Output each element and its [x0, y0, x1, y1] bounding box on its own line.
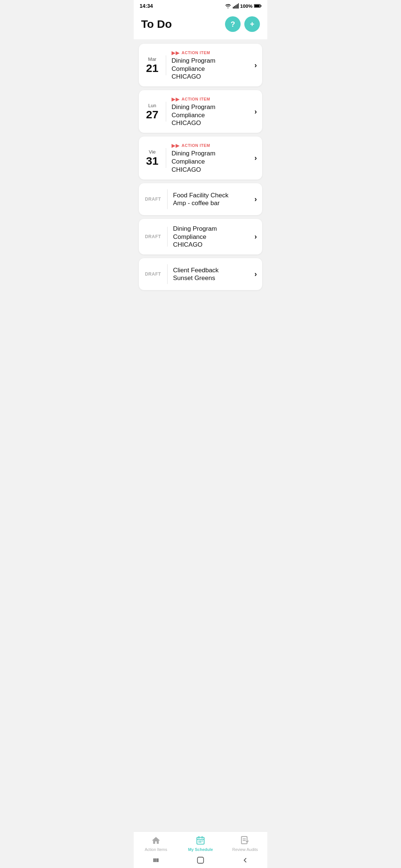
- card-title: Dining Program Compliance: [172, 57, 249, 73]
- action-item-label: ▶▶ ACTION ITEM: [172, 50, 249, 56]
- list-item[interactable]: Lun 27 ▶▶ ACTION ITEM Dining Program Com…: [139, 90, 262, 133]
- list-item[interactable]: DRAFT Food Facility Check Amp - coffee b…: [139, 183, 262, 215]
- card-subtitle: CHICAGO: [173, 241, 249, 249]
- svg-rect-7: [254, 5, 260, 7]
- page-title: To Do: [141, 18, 172, 30]
- draft-label: DRAFT: [144, 197, 162, 202]
- chevron-right-icon: ›: [254, 195, 257, 203]
- card-title: Dining Program Compliance: [172, 149, 249, 166]
- card-subtitle: Amp - coffee bar: [173, 200, 249, 207]
- card-subtitle: Sunset Greens: [173, 274, 249, 282]
- help-button[interactable]: ?: [225, 16, 241, 32]
- add-button[interactable]: +: [244, 16, 260, 32]
- card-date: DRAFT: [144, 272, 162, 277]
- date-day: 27: [146, 108, 158, 121]
- card-title: Food Facility Check: [173, 191, 249, 200]
- todo-list: Mar 21 ▶▶ ACTION ITEM Dining Program Com…: [134, 39, 267, 295]
- header-actions: ? +: [225, 16, 260, 32]
- date-day: 31: [146, 155, 158, 167]
- card-date: DRAFT: [144, 234, 162, 239]
- card-divider: [166, 148, 166, 168]
- header: To Do ? +: [134, 10, 267, 39]
- chevron-right-icon: ›: [254, 154, 257, 162]
- card-divider: [166, 102, 166, 122]
- card-divider: [167, 227, 168, 247]
- action-item-text: ACTION ITEM: [182, 97, 210, 101]
- battery-icon: [254, 4, 261, 8]
- list-item[interactable]: DRAFT Dining Program Compliance CHICAGO …: [139, 219, 262, 254]
- action-item-icon: ▶▶: [172, 96, 180, 102]
- date-month: Vie: [149, 149, 156, 155]
- svg-rect-1: [234, 6, 235, 9]
- list-item[interactable]: Vie 31 ▶▶ ACTION ITEM Dining Program Com…: [139, 137, 262, 179]
- draft-label: DRAFT: [144, 234, 162, 239]
- action-item-label: ▶▶ ACTION ITEM: [172, 142, 249, 148]
- svg-rect-0: [233, 7, 234, 9]
- action-item-text: ACTION ITEM: [182, 143, 210, 148]
- card-title: Dining Program Compliance: [172, 103, 249, 119]
- action-item-icon: ▶▶: [172, 142, 180, 148]
- card-date: Vie 31: [144, 149, 160, 167]
- card-divider: [166, 55, 166, 75]
- svg-rect-2: [235, 5, 236, 9]
- card-date: Mar 21: [144, 56, 160, 74]
- date-month: Lun: [148, 103, 156, 108]
- card-date: Lun 27: [144, 103, 160, 121]
- card-date: DRAFT: [144, 197, 162, 202]
- list-item[interactable]: Mar 21 ▶▶ ACTION ITEM Dining Program Com…: [139, 44, 262, 86]
- card-subtitle: CHICAGO: [172, 73, 249, 80]
- battery-text: 100%: [240, 3, 252, 9]
- svg-rect-3: [237, 4, 237, 9]
- status-bar: 14:34 100%: [134, 0, 267, 10]
- action-item-text: ACTION ITEM: [182, 50, 210, 55]
- date-month: Mar: [148, 56, 156, 62]
- card-body: ▶▶ ACTION ITEM Dining Program Compliance…: [172, 50, 249, 80]
- card-body: ▶▶ ACTION ITEM Dining Program Compliance…: [172, 142, 249, 173]
- svg-rect-6: [261, 5, 261, 7]
- action-item-label: ▶▶ ACTION ITEM: [172, 96, 249, 102]
- draft-label: DRAFT: [144, 272, 162, 277]
- date-day: 21: [146, 62, 158, 74]
- list-item[interactable]: DRAFT Client Feedback Sunset Greens ›: [139, 258, 262, 290]
- status-icons: 100%: [225, 3, 261, 9]
- card-subtitle: CHICAGO: [172, 119, 249, 127]
- chevron-right-icon: ›: [254, 270, 257, 278]
- wifi-icon: [225, 3, 231, 9]
- card-body: Food Facility Check Amp - coffee bar: [173, 191, 249, 207]
- signal-icon: [233, 3, 239, 9]
- status-time: 14:34: [140, 3, 153, 9]
- card-subtitle: CHICAGO: [172, 166, 249, 174]
- chevron-right-icon: ›: [254, 232, 257, 241]
- action-item-icon: ▶▶: [172, 50, 180, 56]
- card-divider: [167, 264, 168, 284]
- card-title: Client Feedback: [173, 266, 249, 274]
- card-body: ▶▶ ACTION ITEM Dining Program Compliance…: [172, 96, 249, 127]
- svg-rect-4: [238, 3, 239, 9]
- card-body: Client Feedback Sunset Greens: [173, 266, 249, 282]
- card-title: Dining Program Compliance: [173, 225, 249, 241]
- chevron-right-icon: ›: [254, 107, 257, 116]
- card-body: Dining Program Compliance CHICAGO: [173, 225, 249, 249]
- chevron-right-icon: ›: [254, 61, 257, 69]
- card-divider: [167, 189, 168, 209]
